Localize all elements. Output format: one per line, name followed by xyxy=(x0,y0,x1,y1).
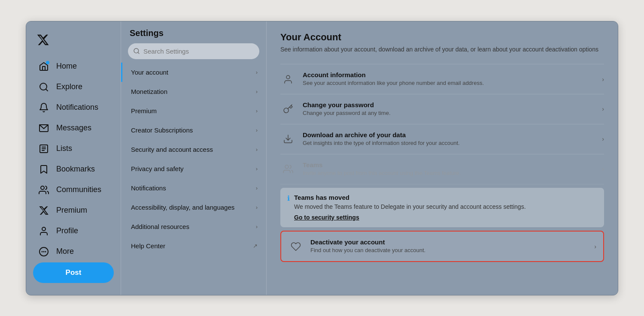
nav-label-notifications: Notifications xyxy=(56,103,98,112)
svg-point-15 xyxy=(286,75,290,79)
external-link-icon: ↗ xyxy=(253,243,258,249)
teams-moved-content: Teams has moved We moved the Teams featu… xyxy=(294,194,526,222)
premium-icon xyxy=(38,205,49,216)
teams-moved-desc: We moved the Teams feature to Delegate i… xyxy=(294,203,526,211)
post-button[interactable]: Post xyxy=(33,262,114,283)
x-logo[interactable] xyxy=(33,30,114,50)
download-archive-desc: Get insights into the type of informatio… xyxy=(303,140,595,147)
people-icon xyxy=(280,161,296,177)
settings-menu-label-premium: Premium xyxy=(131,107,157,114)
settings-panel: Settings Your account › Monetization › P… xyxy=(121,21,267,295)
communities-icon xyxy=(38,184,49,196)
teams-moved-banner: ℹ Teams has moved We moved the Teams fea… xyxy=(280,188,604,228)
nav-label-lists: Lists xyxy=(56,144,72,153)
page-title: Your Account xyxy=(280,32,604,43)
settings-menu-security[interactable]: Security and account access › xyxy=(121,140,266,159)
settings-menu-label-privacy: Privacy and safety xyxy=(131,165,184,172)
chevron-right-icon: › xyxy=(594,243,596,250)
settings-menu-help[interactable]: Help Center ↗ xyxy=(121,236,266,256)
settings-menu-additional[interactable]: Additional resources › xyxy=(121,217,266,236)
deactivate-title: Deactivate your account xyxy=(310,238,587,246)
svg-point-8 xyxy=(42,227,46,231)
account-info-item[interactable]: Account information See your account inf… xyxy=(280,64,604,94)
nav-label-bookmarks: Bookmarks xyxy=(56,165,95,174)
search-icon xyxy=(133,48,140,54)
settings-menu-your-account[interactable]: Your account › xyxy=(121,63,266,82)
chevron-icon: › xyxy=(256,204,258,211)
download-icon xyxy=(280,131,296,147)
main-content: Your Account See information about your … xyxy=(267,21,618,295)
settings-menu-premium[interactable]: Premium › xyxy=(121,101,266,120)
nav-label-communities: Communities xyxy=(56,185,101,194)
settings-menu-label-help: Help Center xyxy=(131,242,165,250)
nav-item-premium[interactable]: Premium xyxy=(33,201,114,220)
svg-line-14 xyxy=(138,52,139,54)
teams-moved-link[interactable]: Go to security settings xyxy=(294,214,359,221)
settings-menu-privacy[interactable]: Privacy and safety › xyxy=(121,159,266,178)
lists-icon xyxy=(38,143,49,154)
chevron-right-icon: › xyxy=(602,166,604,172)
messages-icon xyxy=(38,123,49,134)
settings-menu-creator-subscriptions[interactable]: Creator Subscriptions › xyxy=(121,120,266,140)
svg-line-1 xyxy=(46,89,48,90)
chevron-icon: › xyxy=(256,166,258,172)
nav-item-explore[interactable]: Explore xyxy=(33,77,114,97)
download-archive-title: Download an archive of your data xyxy=(303,131,595,138)
settings-menu-monetization[interactable]: Monetization › xyxy=(121,82,266,101)
heart-icon xyxy=(288,239,304,254)
svg-point-7 xyxy=(41,186,44,190)
notification-dot xyxy=(46,61,49,64)
change-password-desc: Change your password at any time. xyxy=(303,110,595,117)
nav-item-bookmarks[interactable]: Bookmarks xyxy=(33,160,114,179)
chevron-icon: › xyxy=(256,185,258,191)
chevron-right-icon: › xyxy=(602,76,604,83)
nav-label-home: Home xyxy=(56,62,77,71)
account-info-desc: See your account information like your p… xyxy=(303,80,595,87)
deactivate-account-item[interactable]: Deactivate your account Find out how you… xyxy=(280,231,604,262)
settings-menu-accessibility[interactable]: Accessibility, display, and languages › xyxy=(121,198,266,217)
chevron-icon: › xyxy=(256,127,258,133)
nav-item-communities[interactable]: Communities xyxy=(33,180,114,200)
svg-point-17 xyxy=(285,165,289,169)
app-window: Home Explore Notifications xyxy=(26,21,618,295)
chevron-right-icon: › xyxy=(602,135,604,142)
chevron-icon: › xyxy=(256,69,258,75)
info-icon: ℹ xyxy=(287,194,290,202)
change-password-item[interactable]: Change your password Change your passwor… xyxy=(280,94,604,124)
nav-item-notifications[interactable]: Notifications xyxy=(33,98,114,117)
download-archive-item[interactable]: Download an archive of your data Get ins… xyxy=(280,124,604,154)
teams-title: Teams xyxy=(303,161,595,169)
chevron-icon: › xyxy=(256,223,258,230)
page-subtitle: See information about your account, down… xyxy=(280,45,604,54)
teams-desc: Invite anyone to post from this account … xyxy=(303,170,595,177)
nav-item-messages[interactable]: Messages xyxy=(33,118,114,138)
nav-item-home[interactable]: Home xyxy=(33,57,114,76)
nav-label-premium: Premium xyxy=(56,206,87,215)
nav-item-more[interactable]: More xyxy=(33,242,114,262)
profile-icon xyxy=(38,226,49,237)
settings-menu-notifications[interactable]: Notifications › xyxy=(121,178,266,198)
notifications-icon xyxy=(38,102,49,113)
settings-search-input[interactable] xyxy=(128,43,259,59)
change-password-text: Change your password Change your passwor… xyxy=(303,101,595,117)
settings-menu-label-creator-subscriptions: Creator Subscriptions xyxy=(131,126,193,134)
more-icon xyxy=(38,246,49,257)
nav-label-explore: Explore xyxy=(56,82,82,91)
nav-item-profile[interactable]: Profile xyxy=(33,221,114,241)
chevron-right-icon: › xyxy=(602,105,604,112)
teams-item[interactable]: Teams Invite anyone to post from this ac… xyxy=(280,154,604,184)
settings-menu-label-accessibility: Accessibility, display, and languages xyxy=(131,204,234,211)
account-info-title: Account information xyxy=(303,71,595,78)
nav-label-messages: Messages xyxy=(56,123,91,132)
teams-text: Teams Invite anyone to post from this ac… xyxy=(303,161,595,177)
settings-menu-label-your-account: Your account xyxy=(131,69,168,76)
nav-item-lists[interactable]: Lists xyxy=(33,139,114,159)
person-icon xyxy=(280,72,296,87)
change-password-title: Change your password xyxy=(303,101,595,108)
deactivate-text: Deactivate your account Find out how you… xyxy=(310,238,587,254)
settings-menu-label-security: Security and account access xyxy=(131,146,213,153)
chevron-icon: › xyxy=(256,108,258,114)
settings-menu-label-notifications: Notifications xyxy=(131,184,166,192)
settings-menu-label-monetization: Monetization xyxy=(131,88,167,95)
settings-header: Settings xyxy=(121,21,266,43)
